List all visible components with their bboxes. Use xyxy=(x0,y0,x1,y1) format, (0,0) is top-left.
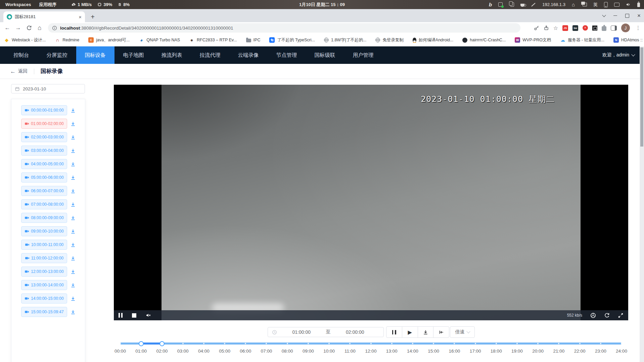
tab-close-icon[interactable]: × xyxy=(79,14,82,19)
nav-tab-5[interactable]: 拉流代理 xyxy=(191,46,229,64)
recording-segment-button[interactable]: 12:00:00-13:00:00 xyxy=(21,267,67,277)
bookmark-item[interactable]: Cjava、android可... xyxy=(88,37,130,43)
download-recording-button[interactable] xyxy=(70,242,76,248)
recording-segment-button[interactable]: 07:00:00-08:00:00 xyxy=(21,199,67,209)
recording-segment-button[interactable]: 05:00:00-06:00:00 xyxy=(21,172,67,183)
recording-segment-button[interactable]: 11:00:00-12:00:00 xyxy=(21,253,67,263)
bookmark-item[interactable]: IPC xyxy=(246,38,261,42)
site-info-icon[interactable] xyxy=(52,26,57,31)
display-icon[interactable] xyxy=(614,2,619,7)
recording-segment-button[interactable]: 08:00:00-09:00:00 xyxy=(21,213,67,223)
tab-search-chevron-icon[interactable] xyxy=(602,13,606,17)
phone-link-icon[interactable] xyxy=(604,2,608,7)
recording-segment-button[interactable]: 02:00:00-03:00:00 xyxy=(21,132,67,142)
download-recording-button[interactable] xyxy=(70,296,76,301)
back-nav-icon[interactable]: ← xyxy=(2,25,13,31)
recording-segment-button[interactable]: 10:00:00-11:00:00 xyxy=(21,240,67,250)
window-minimize-button[interactable] xyxy=(613,15,617,16)
skip-to-start-button[interactable] xyxy=(433,327,449,337)
recording-segment-button[interactable]: 04:00:00-05:00:00 xyxy=(21,159,67,169)
download-recording-button[interactable] xyxy=(70,229,76,234)
nav-tab-0[interactable]: 控制台 xyxy=(5,46,38,64)
home-tray-icon[interactable]: ⌂ xyxy=(572,2,575,7)
download-recording-button[interactable] xyxy=(70,255,76,261)
bookmark-item[interactable]: 免登录复制 xyxy=(375,37,404,43)
download-recording-button[interactable] xyxy=(70,282,76,288)
app-indicator-icon[interactable] xyxy=(498,2,503,7)
nav-tab-8[interactable]: 国标级联 xyxy=(306,46,344,64)
nav-tab-2[interactable]: 国标设备 xyxy=(76,46,114,64)
bookmark-item[interactable]: ☁服务器 - 轻量应用... xyxy=(560,37,604,43)
pause-icon[interactable] xyxy=(119,313,123,318)
download-recording-button[interactable] xyxy=(70,269,76,275)
timeline-handle-end[interactable] xyxy=(159,341,165,346)
mute-icon[interactable] xyxy=(146,313,151,318)
caffeine-icon[interactable] xyxy=(520,2,524,7)
password-key-icon[interactable] xyxy=(534,25,539,31)
side-panel-icon[interactable] xyxy=(611,26,617,31)
browser-tab[interactable]: 国标28181 × xyxy=(3,11,85,22)
applications-button[interactable]: 应用程序 xyxy=(39,2,56,8)
recording-segment-button[interactable]: 15:00:00-15:09:47 xyxy=(21,307,67,317)
back-button[interactable]: ← 返回 xyxy=(10,68,28,74)
download-recording-button[interactable] xyxy=(70,121,76,127)
window-maximize-button[interactable] xyxy=(625,14,629,18)
recording-segment-button[interactable]: 01:00:00-02:00:00 xyxy=(21,119,67,129)
workspaces-button[interactable]: Workspaces xyxy=(5,2,31,7)
workspace-switcher-icon[interactable] xyxy=(581,2,587,7)
timeline-slider[interactable] xyxy=(120,343,622,345)
battery-icon[interactable] xyxy=(637,2,640,7)
download-recording-button[interactable] xyxy=(70,161,76,167)
download-recording-button[interactable] xyxy=(70,188,76,194)
extension-bw-icon[interactable]: bw xyxy=(572,25,578,31)
nav-tab-9[interactable]: 用户管理 xyxy=(344,46,382,64)
nav-tab-3[interactable]: 电子地图 xyxy=(114,46,153,64)
recording-segment-button[interactable]: 09:00:00-10:00:00 xyxy=(21,226,67,236)
scrollbar-thumb[interactable] xyxy=(640,47,643,147)
window-close-button[interactable]: × xyxy=(637,13,641,18)
start-time-value[interactable]: 01:00:00 xyxy=(277,329,326,335)
user-menu[interactable]: 欢迎，admin xyxy=(602,52,644,58)
extension-adblock-icon[interactable]: × xyxy=(583,25,588,31)
download-recording-button[interactable] xyxy=(70,108,76,113)
bookmark-item[interactable]: ∩Redmine xyxy=(55,37,79,43)
pause-button[interactable] xyxy=(386,327,402,337)
timeline-handle-start[interactable] xyxy=(139,341,144,346)
input-language-indicator[interactable]: 英 xyxy=(593,2,598,8)
bookmark-item[interactable]: 1.8W字|了不起的... xyxy=(324,37,366,43)
download-button[interactable] xyxy=(418,327,434,337)
recording-segment-button[interactable]: 00:00:00-01:00:00 xyxy=(21,105,67,115)
bookmark-item[interactable]: ◆Webstack - 设计... xyxy=(4,37,46,43)
bookmark-star-icon[interactable]: ☆ xyxy=(553,25,558,31)
extensions-puzzle-icon[interactable] xyxy=(602,26,606,31)
profile-avatar[interactable]: J xyxy=(621,24,630,32)
bookmark-item[interactable]: 如何编译Android... xyxy=(413,37,454,43)
screenshot-pen-icon[interactable] xyxy=(531,2,536,7)
bookmark-item[interactable]: hairrrrr/C-CrashC... xyxy=(462,38,506,43)
recording-segment-button[interactable]: 06:00:00-07:00:00 xyxy=(21,186,67,196)
volume-icon[interactable] xyxy=(626,2,631,7)
download-recording-button[interactable] xyxy=(70,309,76,315)
fullscreen-icon[interactable] xyxy=(618,313,624,318)
page-scrollbar[interactable] xyxy=(640,46,644,362)
nav-tab-7[interactable]: 节点管理 xyxy=(268,46,306,64)
download-recording-button[interactable] xyxy=(70,215,76,221)
download-recording-button[interactable] xyxy=(70,202,76,207)
stop-icon[interactable] xyxy=(132,313,136,318)
bing-tray-icon[interactable]: b xyxy=(489,2,492,7)
nav-tab-1[interactable]: 分屏监控 xyxy=(38,46,76,64)
playback-speed-dropdown[interactable]: 倍速 xyxy=(450,326,475,338)
download-recording-button[interactable] xyxy=(70,134,76,140)
bookmark-item[interactable]: ●RFC2833 – RTP Ev... xyxy=(189,37,237,43)
home-icon[interactable]: ⌂ xyxy=(34,24,45,32)
new-tab-button[interactable]: + xyxy=(88,12,97,22)
nav-tab-6[interactable]: 云端录像 xyxy=(229,46,268,64)
download-recording-button[interactable] xyxy=(70,148,76,154)
recording-segment-button[interactable]: 03:00:00-04:00:00 xyxy=(21,146,67,156)
play-button[interactable]: ▶ xyxy=(402,327,418,337)
clipboard-icon[interactable] xyxy=(509,2,514,7)
snapshot-aperture-icon[interactable] xyxy=(590,313,596,318)
time-range-input[interactable]: 01:00:00 至 02:00:00 xyxy=(268,327,384,337)
recording-segment-button[interactable]: 13:00:00-14:00:00 xyxy=(21,280,67,290)
extension-js-icon[interactable]: JS xyxy=(562,25,568,31)
